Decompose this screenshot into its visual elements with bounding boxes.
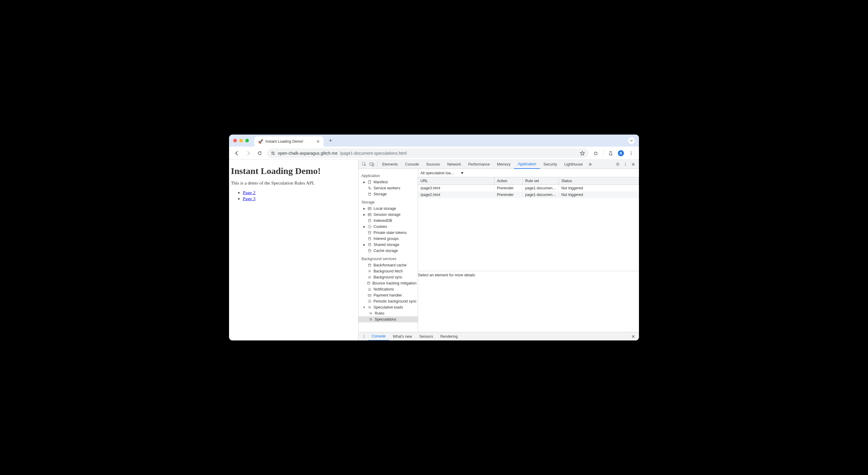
sidebar-item-bf-cache[interactable]: ▶ Back/forward cache	[359, 262, 418, 268]
tab-application[interactable]: Application	[514, 160, 540, 169]
svg-point-32	[364, 336, 365, 336]
sidebar-item-bg-sync[interactable]: ▶ Background sync	[359, 274, 418, 280]
col-ruleset[interactable]: Rule set	[523, 177, 559, 184]
sync-icon	[368, 275, 372, 279]
flask-icon	[608, 151, 613, 156]
sidebar-item-bg-fetch[interactable]: ▶ Background fetch	[359, 268, 418, 274]
sidebar-item-label: Storage	[373, 192, 387, 196]
sidebar-item-private-state-tokens[interactable]: ▶ Private state tokens	[359, 230, 418, 236]
browser-tab[interactable]: 🚀 Instant Loading Demo! ✕	[254, 136, 323, 147]
tab-sources[interactable]: Sources	[423, 160, 444, 169]
device-toolbar-button[interactable]	[368, 160, 376, 168]
table-row[interactable]: /page2.html Prerender page1-document-… N…	[418, 191, 639, 198]
sidebar-item-speculative-loads[interactable]: ▼ Speculative loads	[359, 304, 418, 310]
more-vertical-icon	[624, 162, 627, 166]
sidebar-item-shared-storage[interactable]: ▶ Shared storage	[359, 242, 418, 248]
page-link[interactable]: Page 2	[243, 190, 255, 195]
table-row[interactable]: /page3.html Prerender page1-document-… N…	[418, 185, 639, 191]
devtools-settings-button[interactable]	[614, 160, 621, 168]
sidebar-item-interest-groups[interactable]: ▶ Interest groups	[359, 236, 418, 242]
clock-icon	[368, 299, 372, 303]
devices-icon	[370, 162, 374, 167]
extensions-button[interactable]	[592, 149, 600, 157]
sidebar-item-storage[interactable]: ▶ Storage	[359, 191, 418, 197]
tab-memory[interactable]: Memory	[493, 160, 514, 169]
sidebar-item-speculations[interactable]: Speculations	[359, 316, 418, 322]
inspect-element-button[interactable]	[360, 160, 368, 168]
tab-console[interactable]: Console	[402, 160, 423, 169]
col-url[interactable]: URL	[418, 177, 495, 184]
tab-lighthouse[interactable]: Lighthouse	[561, 160, 586, 169]
minimize-window-button[interactable]	[239, 139, 243, 142]
svg-rect-18	[368, 213, 371, 216]
url-bar[interactable]: open-chalk-asparagus.glitch.me/page1-doc…	[267, 148, 589, 158]
bookmark-button[interactable]	[580, 150, 585, 156]
speculations-table: URL Action Rule set Status /page3.html P…	[418, 177, 639, 271]
drawer-close-button[interactable]	[629, 333, 637, 340]
close-icon	[631, 335, 635, 338]
sidebar-item-payment-handler[interactable]: ▶ Payment handler	[359, 292, 418, 298]
filter-dropdown[interactable]: All speculative loa… ▼	[421, 171, 464, 175]
sidebar-item-label: IndexedDB	[373, 218, 392, 223]
page-intro: This is a demo of the Speculation Rules …	[229, 180, 358, 186]
sidebar-item-cookies[interactable]: ▶ Cookies	[359, 224, 418, 230]
maximize-window-button[interactable]	[245, 139, 249, 142]
svg-point-28	[368, 282, 370, 283]
labs-button[interactable]	[607, 149, 615, 157]
more-tabs-button[interactable]	[586, 160, 594, 168]
sidebar-item-label: Notifications	[373, 287, 394, 291]
sidebar-item-cache-storage[interactable]: ▶ Cache storage	[359, 248, 418, 254]
tab-network[interactable]: Network	[444, 160, 465, 169]
sidebar-item-indexeddb[interactable]: ▶ IndexedDB	[359, 218, 418, 224]
drawer-tab-console[interactable]: Console	[368, 332, 389, 341]
svg-point-31	[364, 335, 365, 335]
sidebar-section-background: Background services	[359, 256, 418, 262]
sidebar-item-manifest[interactable]: ▶ Manifest	[359, 179, 418, 185]
table-icon	[368, 212, 372, 217]
drawer-tab-rendering[interactable]: Rendering	[437, 332, 461, 341]
back-button[interactable]	[232, 149, 241, 157]
drawer-tab-whats-new[interactable]: What's new	[389, 332, 416, 341]
arrow-left-icon	[235, 151, 239, 156]
content-panel: All speculative loa… ▼ URL Action Rule s…	[418, 169, 639, 332]
sidebar-item-local-storage[interactable]: ▶ Local storage	[359, 206, 418, 212]
devtools-drawer: Console What's new Sensors Rendering	[359, 332, 639, 340]
svg-point-3	[631, 151, 632, 152]
new-tab-button[interactable]: +	[326, 138, 335, 144]
sidebar-item-label: Cache storage	[373, 249, 398, 253]
tab-elements[interactable]: Elements	[379, 160, 402, 169]
col-status[interactable]: Status	[559, 177, 639, 184]
sidebar-item-bounce-tracking[interactable]: ▶ Bounce tracking mitigation	[359, 280, 418, 286]
site-info-button[interactable]	[271, 151, 275, 156]
svg-point-22	[370, 227, 371, 227]
dropdown-label: All speculative loa…	[421, 171, 455, 175]
svg-point-21	[369, 226, 370, 227]
drawer-menu-button[interactable]	[360, 333, 368, 340]
page-link[interactable]: Page 3	[243, 196, 255, 201]
svg-point-9	[617, 164, 618, 165]
tab-security[interactable]: Security	[540, 160, 561, 169]
sidebar-item-rules[interactable]: Rules	[359, 310, 418, 316]
sidebar-item-label: Background sync	[373, 275, 402, 279]
page-viewport: Instant Loading Demo! This is a demo of …	[229, 160, 359, 340]
tab-overflow-button[interactable]	[628, 137, 635, 144]
sidebar-item-periodic-bg-sync[interactable]: ▶ Periodic background sync	[359, 298, 418, 304]
sidebar-item-notifications[interactable]: ▶ Notifications	[359, 286, 418, 292]
devtools-menu-button[interactable]	[621, 160, 629, 168]
reload-button[interactable]	[255, 149, 264, 157]
sidebar-item-service-workers[interactable]: ▶ Service workers	[359, 185, 418, 191]
forward-button[interactable]	[244, 149, 252, 157]
profile-avatar[interactable]: B	[618, 150, 624, 156]
tab-performance[interactable]: Performance	[465, 160, 494, 169]
browser-menu-button[interactable]	[627, 149, 636, 157]
tab-close-icon[interactable]: ✕	[316, 139, 320, 144]
cell-url: /page2.html	[418, 191, 495, 198]
transfer-icon	[369, 311, 373, 316]
sidebar-item-session-storage[interactable]: ▶ Session storage	[359, 212, 418, 218]
svg-point-24	[368, 237, 371, 238]
drawer-tab-sensors[interactable]: Sensors	[416, 332, 437, 341]
caret-icon: ▶	[363, 181, 366, 184]
col-action[interactable]: Action	[495, 177, 523, 184]
close-window-button[interactable]	[233, 139, 237, 142]
devtools-close-button[interactable]	[629, 160, 637, 168]
